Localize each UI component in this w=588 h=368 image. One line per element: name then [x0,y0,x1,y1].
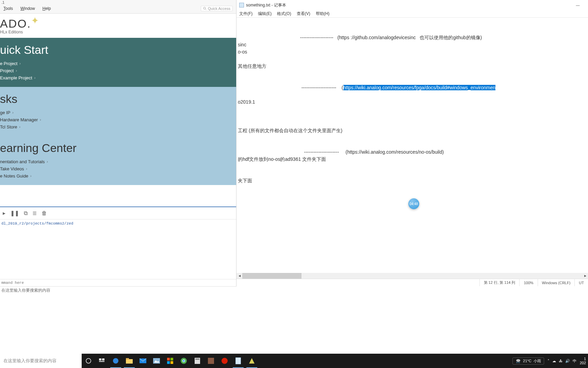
taskbar-app-icons [82,354,259,368]
chevron-right-icon: › [26,167,27,171]
menu-window[interactable]: Window [20,6,35,11]
svg-marker-24 [249,358,255,364]
taskbar-app-generic1[interactable] [204,354,218,368]
tcl-store-link[interactable]: Tcl Store› [0,123,236,131]
vivado-hlx-label: HLx Editions [0,30,236,34]
np-menu-file[interactable]: 文件(F) [239,11,252,17]
taskbar-ms-store[interactable] [163,354,177,368]
quick-access-search[interactable]: Quick Access [201,6,233,11]
notepad-text-area[interactable]: --------------------- (https ://github.c… [236,18,588,273]
tray-onedrive-icon[interactable]: ☁ [552,359,556,363]
np-menu-edit[interactable]: 编辑(E) [258,11,272,17]
scrollbar-thumb[interactable] [242,273,301,279]
taskbar-vivado[interactable] [245,354,259,368]
vivado-logo: ADO.✦ [0,17,236,30]
svg-rect-5 [99,361,104,362]
np-menu-help[interactable]: 帮助(H) [316,11,330,17]
np-menu-view[interactable]: 查看(V) [297,11,310,17]
chevron-right-icon: › [19,125,20,129]
weather-icon [516,358,521,363]
weather-widget[interactable]: 21°C 小雨 [512,357,544,365]
tcl-console: ▸ ❚❚ ⧉ ≣ 🗑 dl_2019_r2/projects/fmcomms2/… [0,206,236,286]
learning-center-section: earning Center nentation and Tutorials› … [0,136,236,185]
notepad-title: something.txt - 记事本 [246,2,286,8]
vivado-title-fragment: .1 [0,0,236,4]
quick-take-videos-link[interactable]: Take Videos› [0,165,236,172]
tcl-stop-btn[interactable]: ▸ [3,210,5,216]
menu-help[interactable]: Help [43,6,51,11]
scroll-left-arrow[interactable]: ◀ [236,273,242,279]
tray-volume-icon[interactable]: 🔊 [565,359,570,363]
tcl-output[interactable]: dl_2019_r2/projects/fmcomms2/zed [0,219,236,279]
status-eol: Windows (CRLF) [538,279,575,286]
status-position: 第 12 行, 第 114 列 [479,279,520,286]
tcl-list-btn[interactable]: ≣ [32,210,37,216]
selected-url[interactable]: https://wiki.analog.com/resources/fpga/d… [343,85,495,90]
taskbar-notepad[interactable] [231,354,245,368]
open-hardware-manager-link[interactable]: Hardware Manager› [0,116,236,123]
vivado-window: .1 Tools Window Help Quick Access ADO.✦ … [0,0,236,286]
notepad-window: something.txt - 记事本 — 文件(F) 编辑(E) 格式(O) … [236,0,588,286]
chevron-right-icon: › [30,174,31,178]
task-view-button[interactable] [95,354,109,368]
manage-ip-link[interactable]: ge IP› [0,109,236,116]
taskbar-tray: 21°C 小雨 ˄ ☁ 🖧 🔊 中 1 202 [510,354,588,368]
notepad-titlebar: something.txt - 记事本 — [236,0,588,10]
taskbar-netease-music[interactable] [218,354,231,368]
quick-start-section: uick Start e Project› Project› Example P… [0,38,236,87]
taskbar-calculator[interactable] [191,354,204,368]
taskbar-clock[interactable]: 1 202 [580,357,586,365]
open-project-link[interactable]: Project› [0,67,236,74]
taskbar-chrome[interactable] [177,354,191,368]
tasks-section: sks ge IP› Hardware Manager› Tcl Store› [0,87,236,136]
svg-rect-21 [208,358,214,364]
chevron-right-icon: › [16,69,17,73]
svg-rect-12 [167,358,170,361]
vivado-menubar: Tools Window Help Quick Access [0,4,236,14]
search-icon [203,7,207,10]
tray-chevron-up-icon[interactable]: ˄ [548,359,550,363]
tray-network-icon[interactable]: 🖧 [559,359,562,363]
svg-point-25 [516,359,520,362]
scrollbar-track[interactable] [242,273,582,279]
taskbar-mail[interactable] [136,354,150,368]
svg-line-27 [518,362,518,363]
chevron-right-icon: › [40,118,41,122]
clock-time: 1 [580,357,586,361]
tcl-input-row [0,279,236,286]
taskbar-search[interactable]: 在这里输入你要搜索的内容 [0,354,82,368]
svg-rect-23 [235,357,241,364]
tcl-command-input[interactable] [1,281,235,285]
status-spacer [236,279,479,286]
notepad-app-icon [239,3,244,7]
taskbar-edge[interactable] [109,354,122,368]
release-notes-guide-link[interactable]: e Notes Guide› [0,172,236,180]
scroll-right-arrow[interactable]: ▶ [582,273,588,279]
create-project-link[interactable]: e Project› [0,60,236,67]
recording-timer[interactable]: 04:48 [408,198,419,209]
open-example-project-link[interactable]: Example Project› [0,74,236,81]
svg-rect-13 [170,358,173,361]
notepad-statusbar: 第 12 行, 第 114 列 100% Windows (CRLF) UT [236,279,588,286]
chevron-right-icon: › [47,160,48,164]
horizontal-scrollbar[interactable]: ◀ ▶ [236,273,588,279]
notepad-menubar: 文件(F) 编辑(E) 格式(O) 查看(V) 帮助(H) [236,10,588,18]
svg-rect-20 [195,358,199,360]
weather-text: 小雨 [534,358,541,364]
tcl-delete-btn[interactable]: 🗑 [42,210,47,216]
start-button[interactable] [82,354,95,368]
minimize-button[interactable]: — [570,0,585,10]
svg-rect-10 [153,358,160,364]
taskbar-photos[interactable] [150,354,163,368]
taskbar-file-explorer[interactable] [122,354,136,368]
tcl-copy-btn[interactable]: ⧉ [24,210,28,216]
windows-search-bar-fragment[interactable]: 在这里输入你要搜索的内容 [0,286,236,295]
menu-tools[interactable]: Tools [3,6,13,11]
svg-line-1 [205,9,206,10]
np-menu-format[interactable]: 格式(O) [277,11,291,17]
tcl-pause-btn[interactable]: ❚❚ [10,210,19,216]
svg-point-22 [222,358,228,364]
documentation-tutorials-link[interactable]: nentation and Tutorials› [0,158,236,165]
svg-line-26 [517,362,517,363]
ime-indicator[interactable]: 中 [573,358,576,364]
